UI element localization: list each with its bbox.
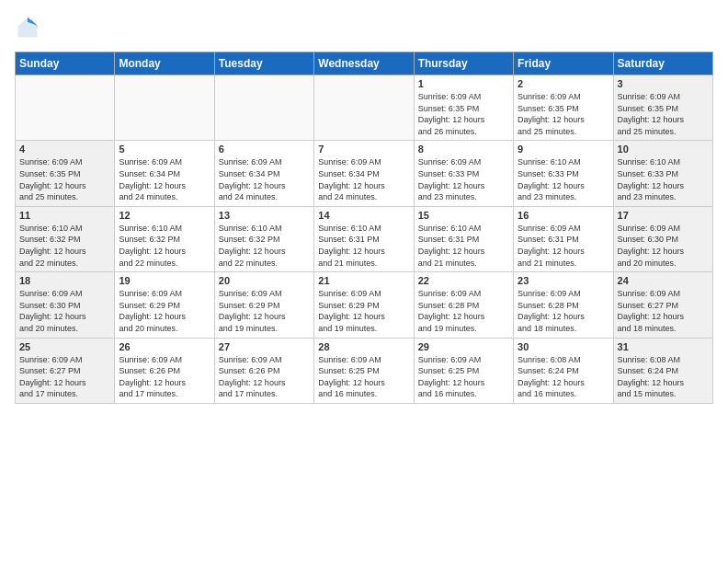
day-number: 21 — [318, 275, 409, 286]
day-info: Sunrise: 6:10 AMSunset: 6:33 PMDaylight:… — [518, 156, 609, 202]
day-info: Sunrise: 6:09 AMSunset: 6:26 PMDaylight:… — [219, 354, 310, 400]
day-number: 29 — [418, 341, 509, 352]
day-number: 11 — [19, 210, 110, 221]
day-number: 8 — [418, 144, 509, 155]
day-number: 15 — [418, 210, 509, 221]
day-info: Sunrise: 6:09 AMSunset: 6:29 PMDaylight:… — [318, 288, 409, 334]
calendar-cell — [16, 75, 115, 141]
day-info: Sunrise: 6:10 AMSunset: 6:31 PMDaylight:… — [318, 223, 409, 269]
calendar-cell: 3Sunrise: 6:09 AMSunset: 6:35 PMDaylight… — [613, 75, 712, 141]
day-info: Sunrise: 6:09 AMSunset: 6:26 PMDaylight:… — [119, 354, 210, 400]
day-info: Sunrise: 6:09 AMSunset: 6:29 PMDaylight:… — [219, 288, 310, 334]
calendar-cell: 28Sunrise: 6:09 AMSunset: 6:25 PMDayligh… — [314, 338, 414, 403]
day-number: 24 — [618, 275, 709, 286]
day-number: 23 — [518, 275, 609, 286]
calendar-cell: 19Sunrise: 6:09 AMSunset: 6:29 PMDayligh… — [115, 272, 214, 338]
day-number: 17 — [618, 210, 709, 221]
calendar-header-row: SundayMondayTuesdayWednesdayThursdayFrid… — [16, 52, 713, 75]
day-info: Sunrise: 6:09 AMSunset: 6:30 PMDaylight:… — [19, 288, 110, 334]
calendar-cell: 12Sunrise: 6:10 AMSunset: 6:32 PMDayligh… — [115, 206, 214, 271]
week-row-3: 11Sunrise: 6:10 AMSunset: 6:32 PMDayligh… — [16, 206, 713, 271]
day-header-tuesday: Tuesday — [214, 52, 313, 75]
calendar-cell: 10Sunrise: 6:10 AMSunset: 6:33 PMDayligh… — [613, 141, 712, 206]
day-number: 26 — [119, 341, 210, 352]
day-info: Sunrise: 6:10 AMSunset: 6:32 PMDaylight:… — [119, 223, 210, 269]
day-header-saturday: Saturday — [613, 52, 712, 75]
calendar-cell: 18Sunrise: 6:09 AMSunset: 6:30 PMDayligh… — [16, 272, 115, 338]
day-number: 4 — [19, 144, 110, 155]
day-info: Sunrise: 6:09 AMSunset: 6:35 PMDaylight:… — [518, 91, 609, 137]
calendar-cell: 20Sunrise: 6:09 AMSunset: 6:29 PMDayligh… — [214, 272, 313, 338]
calendar-cell: 8Sunrise: 6:09 AMSunset: 6:33 PMDaylight… — [414, 141, 513, 206]
day-number: 27 — [219, 341, 310, 352]
day-header-friday: Friday — [514, 52, 613, 75]
logo-icon — [15, 15, 40, 40]
day-info: Sunrise: 6:09 AMSunset: 6:34 PMDaylight:… — [219, 156, 310, 202]
calendar-cell: 26Sunrise: 6:09 AMSunset: 6:26 PMDayligh… — [115, 338, 214, 403]
day-info: Sunrise: 6:08 AMSunset: 6:24 PMDaylight:… — [518, 354, 609, 400]
calendar-cell: 21Sunrise: 6:09 AMSunset: 6:29 PMDayligh… — [314, 272, 414, 338]
calendar: SundayMondayTuesdayWednesdayThursdayFrid… — [15, 52, 713, 404]
calendar-cell: 4Sunrise: 6:09 AMSunset: 6:35 PMDaylight… — [16, 141, 115, 206]
calendar-cell: 11Sunrise: 6:10 AMSunset: 6:32 PMDayligh… — [16, 206, 115, 271]
week-row-4: 18Sunrise: 6:09 AMSunset: 6:30 PMDayligh… — [16, 272, 713, 338]
calendar-cell: 30Sunrise: 6:08 AMSunset: 6:24 PMDayligh… — [514, 338, 613, 403]
calendar-cell: 2Sunrise: 6:09 AMSunset: 6:35 PMDaylight… — [514, 75, 613, 141]
day-number: 5 — [119, 144, 210, 155]
calendar-cell: 15Sunrise: 6:10 AMSunset: 6:31 PMDayligh… — [414, 206, 513, 271]
day-number: 16 — [518, 210, 609, 221]
day-info: Sunrise: 6:09 AMSunset: 6:25 PMDaylight:… — [318, 354, 409, 400]
day-header-monday: Monday — [115, 52, 214, 75]
day-number: 14 — [318, 210, 409, 221]
day-info: Sunrise: 6:09 AMSunset: 6:28 PMDaylight:… — [418, 288, 509, 334]
week-row-2: 4Sunrise: 6:09 AMSunset: 6:35 PMDaylight… — [16, 141, 713, 206]
calendar-cell: 23Sunrise: 6:09 AMSunset: 6:28 PMDayligh… — [514, 272, 613, 338]
day-info: Sunrise: 6:09 AMSunset: 6:34 PMDaylight:… — [119, 156, 210, 202]
calendar-cell: 14Sunrise: 6:10 AMSunset: 6:31 PMDayligh… — [314, 206, 414, 271]
calendar-cell: 29Sunrise: 6:09 AMSunset: 6:25 PMDayligh… — [414, 338, 513, 403]
day-info: Sunrise: 6:10 AMSunset: 6:33 PMDaylight:… — [618, 156, 709, 202]
day-number: 2 — [518, 78, 609, 89]
day-number: 6 — [219, 144, 310, 155]
day-number: 1 — [418, 78, 509, 89]
calendar-cell — [115, 75, 214, 141]
calendar-cell: 13Sunrise: 6:10 AMSunset: 6:32 PMDayligh… — [214, 206, 313, 271]
day-info: Sunrise: 6:09 AMSunset: 6:30 PMDaylight:… — [618, 223, 709, 269]
day-number: 30 — [518, 341, 609, 352]
day-info: Sunrise: 6:09 AMSunset: 6:28 PMDaylight:… — [518, 288, 609, 334]
day-number: 18 — [19, 275, 110, 286]
calendar-cell: 16Sunrise: 6:09 AMSunset: 6:31 PMDayligh… — [514, 206, 613, 271]
calendar-cell: 31Sunrise: 6:08 AMSunset: 6:24 PMDayligh… — [613, 338, 712, 403]
day-header-sunday: Sunday — [16, 52, 115, 75]
calendar-cell: 9Sunrise: 6:10 AMSunset: 6:33 PMDaylight… — [514, 141, 613, 206]
day-number: 25 — [19, 341, 110, 352]
day-info: Sunrise: 6:09 AMSunset: 6:25 PMDaylight:… — [418, 354, 509, 400]
day-info: Sunrise: 6:10 AMSunset: 6:31 PMDaylight:… — [418, 223, 509, 269]
calendar-cell: 22Sunrise: 6:09 AMSunset: 6:28 PMDayligh… — [414, 272, 513, 338]
calendar-cell — [214, 75, 313, 141]
calendar-cell: 27Sunrise: 6:09 AMSunset: 6:26 PMDayligh… — [214, 338, 313, 403]
day-number: 7 — [318, 144, 409, 155]
day-info: Sunrise: 6:09 AMSunset: 6:35 PMDaylight:… — [19, 156, 110, 202]
day-info: Sunrise: 6:09 AMSunset: 6:29 PMDaylight:… — [119, 288, 210, 334]
calendar-cell: 5Sunrise: 6:09 AMSunset: 6:34 PMDaylight… — [115, 141, 214, 206]
day-info: Sunrise: 6:09 AMSunset: 6:35 PMDaylight:… — [618, 91, 709, 137]
day-info: Sunrise: 6:10 AMSunset: 6:32 PMDaylight:… — [19, 223, 110, 269]
day-number: 13 — [219, 210, 310, 221]
day-number: 28 — [318, 341, 409, 352]
day-number: 22 — [418, 275, 509, 286]
calendar-cell: 6Sunrise: 6:09 AMSunset: 6:34 PMDaylight… — [214, 141, 313, 206]
day-info: Sunrise: 6:10 AMSunset: 6:32 PMDaylight:… — [219, 223, 310, 269]
day-info: Sunrise: 6:09 AMSunset: 6:27 PMDaylight:… — [618, 288, 709, 334]
calendar-cell: 7Sunrise: 6:09 AMSunset: 6:34 PMDaylight… — [314, 141, 414, 206]
day-info: Sunrise: 6:09 AMSunset: 6:31 PMDaylight:… — [518, 223, 609, 269]
logo — [15, 15, 44, 40]
day-info: Sunrise: 6:09 AMSunset: 6:33 PMDaylight:… — [418, 156, 509, 202]
day-number: 19 — [119, 275, 210, 286]
page-header — [15, 15, 713, 40]
day-number: 20 — [219, 275, 310, 286]
day-header-wednesday: Wednesday — [314, 52, 414, 75]
week-row-5: 25Sunrise: 6:09 AMSunset: 6:27 PMDayligh… — [16, 338, 713, 403]
day-number: 10 — [618, 144, 709, 155]
day-number: 9 — [518, 144, 609, 155]
